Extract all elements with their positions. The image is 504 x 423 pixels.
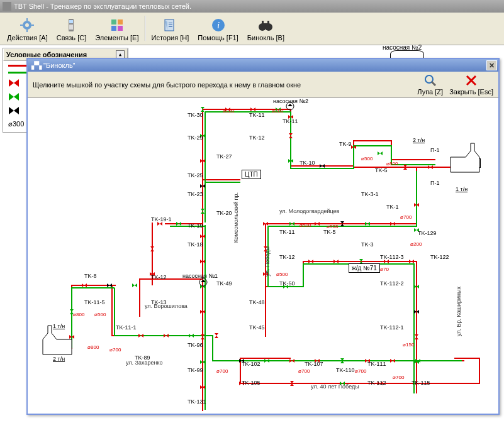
content-area: насосная №2 Условные обозначения ▴ ⌀300 [0, 45, 504, 423]
node-tk-5[interactable]: TK-5 [323, 229, 336, 235]
node-tk-11-1[interactable]: TK-11-1 [116, 324, 137, 331]
history-icon [162, 18, 177, 33]
svg-rect-15 [169, 25, 172, 25]
node-tk-29[interactable]: TK-29 [188, 135, 203, 141]
help-label: Помощь [F1] [198, 34, 238, 41]
binoc-button[interactable]: Бинокль [B] [243, 16, 289, 43]
node-tk-11[interactable]: TK-11 [283, 118, 298, 124]
node-tk-18[interactable]: TK-18 [188, 241, 203, 248]
tec2-shape [449, 142, 481, 173]
diam-label: ⌀200 [272, 108, 283, 114]
diam-label: ⌀700 [355, 368, 366, 374]
node-tk-112[interactable]: TK-112 [367, 380, 386, 386]
node-tk-122[interactable]: TK-122 [430, 254, 449, 260]
node-tk-12[interactable]: TK-12 [151, 274, 167, 280]
node-tk-112-2[interactable]: TK-112-2 [380, 280, 404, 287]
svg-rect-21 [262, 21, 264, 26]
svg-rect-9 [111, 19, 116, 25]
app-title: TBT Shell - Тренажер по эксплуатации теп… [14, 3, 191, 10]
node-tk-48[interactable]: TK-48 [249, 299, 265, 305]
node-tk-50[interactable]: TK-50 [279, 280, 295, 287]
node-tk-111[interactable]: TK-111 [367, 361, 386, 367]
history-button[interactable]: История [H] [147, 16, 194, 43]
svg-rect-22 [267, 21, 269, 26]
node-п-1[interactable]: П-1 [430, 147, 439, 153]
popup-title-text: "Бинокль" [43, 62, 75, 69]
node-tk-3[interactable]: TK-3 [361, 241, 374, 248]
node-tk-102[interactable]: TK-102 [242, 361, 260, 367]
node-tk-12[interactable]: TK-12 [279, 254, 295, 260]
node-tk-3-1[interactable]: TK-3-1 [361, 191, 379, 197]
node-tk-19[interactable]: TK-19 [188, 222, 203, 229]
node-tk-49[interactable]: TK-49 [216, 280, 232, 287]
ctp-box[interactable]: ЦТП [242, 170, 261, 179]
node-tk-9[interactable]: TK-9 [339, 141, 352, 147]
svg-rect-14 [169, 23, 172, 23]
street-pobedy: ул. Победы [264, 246, 271, 277]
node-tk-45[interactable]: TK-45 [249, 324, 265, 331]
node-tk-10[interactable]: TK-10 [300, 160, 315, 166]
tec1-shape [42, 324, 73, 356]
zoom-button[interactable]: Лупа [Z] [417, 74, 443, 96]
elements-icon [109, 18, 125, 33]
node-tk-27[interactable]: TK-27 [216, 153, 232, 160]
node-tk-107[interactable]: TK-107 [305, 361, 323, 367]
node-tk-105[interactable]: TK-105 [242, 380, 260, 386]
svg-rect-23 [264, 23, 267, 25]
popup-titlebar[interactable]: ▞▚ "Бинокль" ✕ [28, 59, 498, 72]
history-label: История [H] [152, 34, 189, 41]
node-tk-13[interactable]: TK-13 [151, 299, 167, 305]
svg-rect-16 [169, 26, 172, 27]
node-tk-89[interactable]: TK-89 [135, 354, 150, 361]
node-tk-20[interactable]: TK-20 [216, 210, 232, 216]
diam-label: ⌀70 [380, 266, 389, 272]
node-tk-19-1[interactable]: TK-19-1 [151, 216, 172, 222]
diam-label: ⌀150 [403, 342, 414, 348]
actions-label: Действия [A] [7, 34, 48, 41]
street-40let: ул. 40 лет Победы [311, 383, 359, 390]
node-tk-11[interactable]: TK-11 [249, 112, 265, 118]
flow-2tn-b: 2 т/н [413, 137, 425, 143]
diam-label: ⌀200 [223, 108, 234, 114]
diam-label: ⌀800 [386, 161, 398, 167]
street-molodogv: ул. Молодогвардейцев [279, 208, 339, 214]
close-label: Закрыть [Esc] [449, 88, 493, 96]
node-tk-11-5[interactable]: TK-11-5 [84, 299, 105, 305]
link-button[interactable]: Связь [C] [52, 16, 91, 43]
binoc-label: Бинокль [B] [247, 34, 284, 41]
node-tk-30[interactable]: TK-30 [188, 112, 203, 118]
close-esc-button[interactable]: Закрыть [Esc] [449, 74, 493, 96]
network-diagram[interactable]: ЦТП ТЭЦ-2 ТЭЦ-1 ж/д №71 насосная №2 насо… [28, 98, 498, 414]
node-tk-99[interactable]: TK-99 [188, 367, 203, 373]
elements-button[interactable]: Элементы [E] [91, 16, 143, 43]
node-tk-11[interactable]: TK-11 [279, 229, 295, 235]
node-tk-129[interactable]: TK-129 [418, 230, 437, 236]
node-tk-5[interactable]: TK-5 [375, 167, 388, 173]
diam-label: ⌀700 [216, 368, 228, 374]
node-tk-25[interactable]: TK-25 [188, 172, 203, 179]
node-tk-115[interactable]: TK-115 [412, 380, 430, 386]
actions-button[interactable]: Действия [A] [3, 16, 52, 43]
node-tk-12[interactable]: TK-12 [249, 135, 265, 141]
node-tk-8[interactable]: TK-8 [84, 273, 97, 279]
magnifier-icon [423, 74, 437, 87]
svg-text:i: i [216, 20, 219, 30]
svg-rect-7 [69, 20, 73, 23]
node-tk-131[interactable]: TK-131 [188, 398, 206, 405]
svg-rect-4 [20, 25, 23, 26]
node-tk-96[interactable]: TK-96 [188, 342, 203, 348]
help-button[interactable]: iПомощь [F1] [193, 16, 243, 43]
node-п-1[interactable]: П-1 [430, 180, 439, 186]
node-tk-1[interactable]: TK-1 [386, 204, 399, 210]
svg-rect-12 [118, 26, 123, 31]
node-tk-110[interactable]: TK-110 [336, 367, 355, 373]
node-tk-112-1[interactable]: TK-112-1 [380, 324, 404, 331]
node-tk-112-3[interactable]: TK-112-3 [380, 254, 404, 260]
popup-close-button[interactable]: ✕ [486, 60, 497, 70]
svg-point-1 [25, 23, 29, 27]
house71-box[interactable]: ж/д №71 [349, 263, 380, 273]
gear-icon [20, 18, 35, 33]
street-komsom: Комсомольский пр. [233, 192, 239, 243]
node-tk-23[interactable]: TK-23 [188, 191, 203, 197]
street-kashirinykh: ул. Бр. Кашириных [456, 287, 462, 336]
